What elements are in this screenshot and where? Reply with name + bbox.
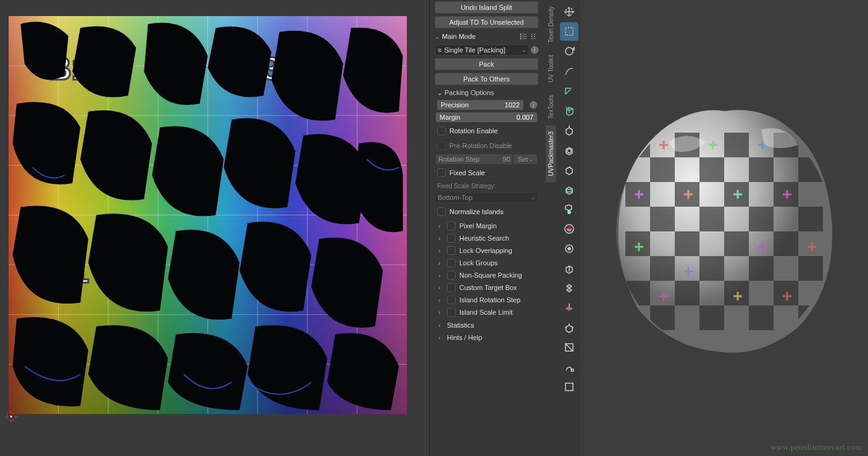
checkbox-icon	[447, 271, 456, 280]
svg-line-54	[565, 344, 573, 351]
subpanel-lock-overlapping[interactable]: ›Lock Overlapping	[438, 245, 535, 256]
statistics-panel[interactable]: › Statistics	[438, 320, 535, 330]
info-icon[interactable]: i	[531, 46, 538, 54]
chevron-right-icon: ›	[438, 309, 446, 316]
chevron-right-icon: ›	[438, 272, 446, 279]
normalize-islands-label: Normalize Islands	[449, 208, 503, 215]
chevron-right-icon: ›	[438, 223, 446, 230]
margin-value: 0.007	[509, 114, 533, 121]
checkbox-icon	[447, 222, 456, 230]
poly-build-icon	[563, 223, 575, 235]
vertical-tabs: Texel DensityUV ToolkitTexToolsUVPackmas…	[543, 0, 558, 456]
svg-point-34	[531, 38, 532, 39]
tool-transform[interactable]	[560, 299, 578, 317]
subpanel-heuristic-search[interactable]: ›Heuristic Search	[438, 233, 535, 244]
fixed-scale-checkbox[interactable]: Fixed Scale	[436, 167, 537, 178]
uv-canvas[interactable]: B1B3 C3 B1	[9, 16, 407, 414]
tool-rotate-manip[interactable]	[560, 42, 578, 60]
panel-list-icon[interactable]	[519, 32, 528, 41]
tool-add-cube[interactable]: +	[560, 101, 578, 120]
tool-region[interactable]	[560, 378, 578, 396]
subpanel-custom-target-box[interactable]: ›Custom Target Box	[438, 282, 535, 293]
smooth-icon	[563, 262, 575, 275]
pack-button[interactable]: Pack	[435, 58, 538, 70]
svg-point-47	[567, 210, 571, 214]
vtab-uvpackmaster3[interactable]: UVPackmaster3	[546, 125, 556, 182]
subpanel-non-square-packing[interactable]: ›Non-Square Packing	[438, 270, 535, 281]
svg-point-42	[565, 48, 573, 55]
tool-knife[interactable]	[560, 200, 578, 218]
rotation-step-row[interactable]: Rotation Step90 Set⌄	[436, 154, 537, 164]
subpanel-label: Pixel Margin	[459, 222, 497, 230]
rotation-enable-checkbox[interactable]: Rotation Enable	[436, 125, 537, 136]
vtab-uv-toolkit[interactable]: UV Toolkit	[546, 49, 556, 89]
adjust-td-button[interactable]: Adjust TD To Unselected	[435, 16, 538, 28]
main-mode-header[interactable]: ⌄ Main Mode	[431, 30, 542, 43]
hints-panel[interactable]: › Hints / Help	[438, 333, 535, 342]
subpanel-pixel-margin[interactable]: ›Pixel Margin	[438, 220, 535, 231]
fixed-scale-strategy-value: Bottom-Top	[438, 194, 530, 201]
tool-loop-cut[interactable]	[560, 180, 578, 199]
chevron-right-icon: ›	[438, 260, 446, 267]
rotate-manip-icon	[563, 45, 575, 57]
margin-field[interactable]: Margin 0.007	[436, 112, 537, 122]
subpanel-island-scale-limit[interactable]: ›Island Scale Limit	[438, 307, 535, 318]
tool-measure[interactable]	[560, 81, 578, 100]
checkbox-icon	[447, 246, 456, 255]
watermark-text: www.petedimitrovart.com	[770, 442, 862, 452]
tool-inset[interactable]	[560, 141, 578, 159]
rotation-enable-label: Rotation Enable	[449, 127, 498, 135]
svg-point-36	[534, 36, 535, 37]
rotation-step-value: 90	[503, 155, 510, 163]
info-icon[interactable]: i	[530, 101, 537, 109]
normalize-islands-checkbox[interactable]: Normalize Islands	[436, 206, 537, 217]
panel-dots-icon[interactable]	[530, 32, 538, 41]
subpanel-island-rotation-step[interactable]: ›Island Rotation Step	[438, 294, 535, 305]
tool-shrink[interactable]	[560, 318, 578, 337]
checkbox-icon	[437, 126, 446, 135]
tool-edge-slide[interactable]	[560, 279, 578, 297]
tool-poly-build[interactable]	[560, 220, 578, 238]
tool-select[interactable]	[560, 22, 578, 41]
tool-cursor[interactable]	[560, 2, 578, 21]
svg-point-50	[568, 247, 570, 250]
subpanel-lock-groups[interactable]: ›Lock Groups	[438, 257, 535, 268]
pack-to-others-button[interactable]: Pack To Others	[435, 73, 538, 85]
rotation-step-set-button[interactable]: Set⌄	[514, 154, 537, 164]
chevron-right-icon: ›	[438, 334, 446, 341]
tool-smooth[interactable]	[560, 259, 578, 278]
tool-rip[interactable]	[560, 358, 578, 376]
fixed-scale-strategy-dropdown[interactable]: Bottom-Top ⌄	[435, 192, 538, 203]
fixed-scale-label: Fixed Scale	[449, 169, 485, 176]
statistics-label: Statistics	[447, 321, 474, 329]
mode-dropdown[interactable]: ≡ Single Tile [Packing] ⌄	[435, 44, 530, 56]
tool-spin[interactable]	[560, 239, 578, 258]
vtab-textools[interactable]: TexTools	[546, 89, 556, 125]
3d-viewport[interactable]: www.petedimitrovart.com	[580, 0, 868, 456]
mode-dropdown-value: Single Tile [Packing]	[444, 46, 522, 54]
chevron-right-icon: ›	[438, 247, 446, 254]
svg-text:+: +	[565, 105, 568, 110]
tool-annotate[interactable]	[560, 62, 578, 80]
extrude-icon	[563, 124, 575, 136]
inset-icon	[563, 144, 575, 156]
chevron-right-icon: ›	[438, 322, 446, 329]
packing-options-header[interactable]: ⌄ Packing Options	[431, 86, 542, 99]
subpanel-label: Island Scale Limit	[459, 309, 512, 316]
loop-cut-icon	[563, 183, 575, 196]
n-panel: Undo Island Split Adjust TD To Unselecte…	[429, 0, 543, 456]
tool-bevel[interactable]	[560, 160, 578, 179]
tool-shear[interactable]	[560, 338, 578, 357]
bevel-icon	[563, 164, 575, 176]
spin-icon	[563, 243, 575, 255]
vtab-texel-density[interactable]: Texel Density	[546, 0, 556, 49]
knife-icon	[563, 203, 575, 215]
checkbox-icon	[437, 141, 446, 150]
hints-label: Hints / Help	[447, 334, 482, 341]
tool-extrude[interactable]	[560, 121, 578, 139]
svg-point-37	[534, 38, 535, 39]
undo-island-split-button[interactable]: Undo Island Split	[435, 1, 538, 14]
uv-islands[interactable]	[9, 16, 407, 414]
precision-field[interactable]: Precision 1022	[437, 100, 524, 110]
pre-rotation-disable-checkbox[interactable]: Pre-Rotation Disable	[436, 140, 537, 151]
